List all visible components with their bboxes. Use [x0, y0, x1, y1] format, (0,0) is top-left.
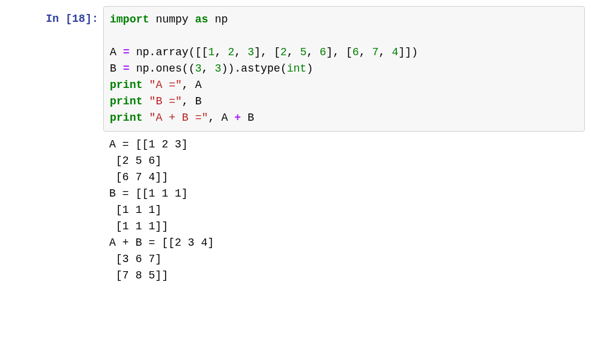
- keyword-import: import: [110, 13, 149, 25]
- string-literal: "A =": [149, 79, 182, 91]
- prompt-suffix: ]:: [85, 13, 98, 25]
- keyword-print: print: [110, 112, 143, 124]
- plus-op: +: [234, 112, 241, 124]
- equals-op: =: [123, 46, 130, 58]
- prompt-column: In [18]:: [6, 6, 103, 284]
- output-area: A = [[1 2 3] [2 5 6] [6 7 4]] B = [[1 1 …: [103, 132, 585, 284]
- prompt-number: 18: [72, 13, 86, 25]
- np-ones-call: np.ones((: [136, 62, 195, 75]
- keyword-print: print: [110, 95, 143, 107]
- content-column: import numpy as np A = np.array([[1, 2, …: [103, 6, 585, 284]
- np-array-call: np.array([[: [136, 46, 208, 58]
- prompt-prefix: In [: [46, 13, 72, 25]
- alias-name: np: [215, 13, 228, 25]
- var-a: A: [110, 46, 117, 58]
- keyword-as: as: [195, 13, 208, 25]
- code-cell: In [18]: import numpy as np A = np.array…: [6, 6, 585, 284]
- string-literal: "B =": [149, 95, 182, 107]
- code-input-area[interactable]: import numpy as np A = np.array([[1, 2, …: [103, 6, 585, 132]
- input-prompt: In [18]:: [6, 6, 98, 27]
- int-type: int: [287, 62, 306, 75]
- string-literal: "A + B =": [149, 112, 208, 124]
- equals-op: =: [123, 62, 130, 75]
- var-b: B: [110, 62, 117, 75]
- keyword-print: print: [110, 79, 143, 91]
- module-name: numpy: [156, 13, 189, 25]
